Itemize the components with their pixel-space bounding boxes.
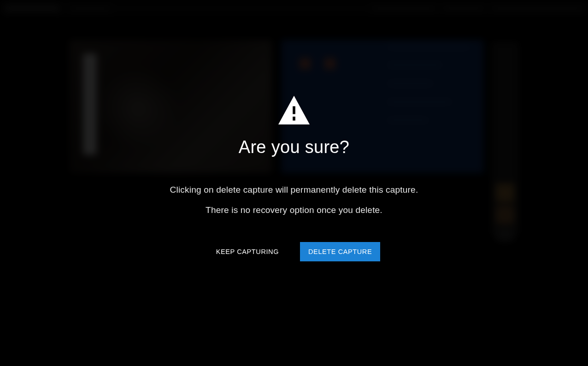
keep-capturing-button[interactable]: KEEP CAPTURING: [208, 242, 287, 261]
warning-triangle-icon: [278, 96, 310, 124]
delete-capture-button[interactable]: DELETE CAPTURE: [300, 242, 380, 261]
modal-button-row: KEEP CAPTURING DELETE CAPTURE: [208, 242, 380, 261]
modal-message-line1: Clicking on delete capture will permanen…: [170, 185, 418, 195]
modal-title: Are you sure?: [239, 137, 349, 157]
modal-overlay: Are you sure? Clicking on delete capture…: [0, 0, 588, 366]
confirm-delete-modal: Are you sure? Clicking on delete capture…: [161, 87, 428, 271]
modal-message-line2: There is no recovery option once you del…: [206, 205, 382, 215]
